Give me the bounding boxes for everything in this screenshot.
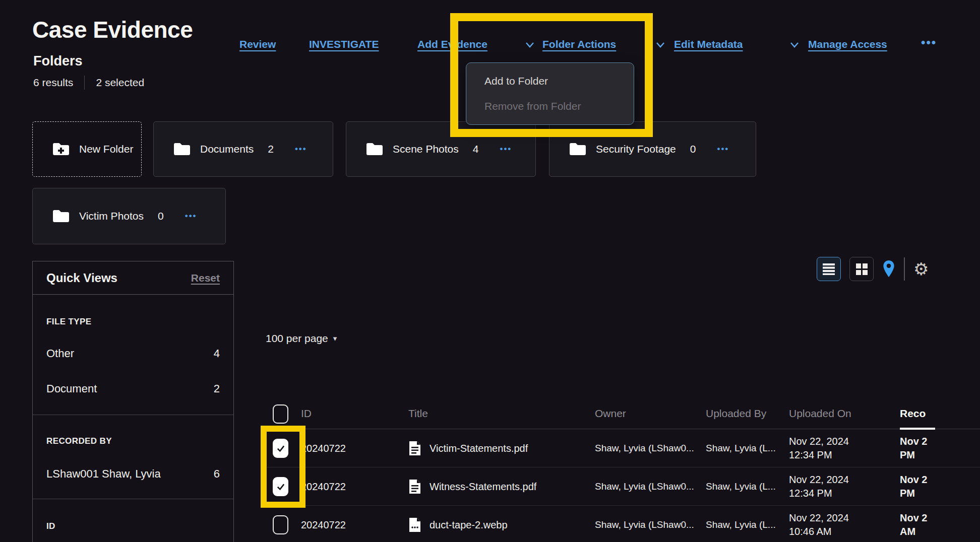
cell-id: 20240722 (301, 467, 346, 506)
row-checkbox[interactable] (273, 515, 288, 534)
row-checkbox[interactable] (273, 439, 288, 458)
column-header-recorded[interactable]: Reco (900, 408, 926, 420)
item-count: 2 (214, 382, 220, 395)
map-pin-icon[interactable] (882, 260, 895, 278)
folder-menu-icon[interactable]: ••• (295, 144, 307, 154)
quick-views-reset-link[interactable]: Reset (191, 272, 220, 284)
results-row: 6 results 2 selected (33, 76, 144, 90)
item-count: 6 (214, 467, 220, 481)
evidence-table: ID Title Owner Uploaded By Uploaded On R… (266, 400, 980, 542)
item-label: Document (46, 382, 97, 395)
folder-count: 4 (473, 143, 479, 155)
cell-uploaded-on: Nov 22, 2024 12:34 PM (789, 429, 875, 467)
folder-card-scene-photos[interactable]: Scene Photos 4 ••• (346, 121, 536, 177)
cell-uploaded-on: Nov 22, 2024 10:46 AM (789, 506, 875, 542)
cell-recorded-on: Nov 2PM (900, 429, 965, 467)
nav-link-investigate[interactable]: INVESTIGATE (309, 38, 379, 50)
folder-plus-icon (52, 142, 70, 156)
menu-item-remove-from-folder[interactable]: Remove from Folder (484, 100, 616, 112)
nav-dropdown-folder-actions[interactable]: Folder Actions (542, 38, 616, 50)
table-row[interactable]: 20240722 Witness-Statements.pdf Shaw, Ly… (266, 467, 980, 506)
table-header-row: ID Title Owner Uploaded By Uploaded On R… (266, 400, 980, 429)
settings-gear-icon[interactable]: ⚙ (913, 260, 929, 278)
view-toolbar: ⚙ (817, 257, 929, 281)
folder-name: Security Footage (596, 143, 676, 155)
quick-view-item-other[interactable]: Other 4 (33, 347, 233, 360)
column-header-id[interactable]: ID (301, 408, 312, 420)
nav-overflow-menu-icon[interactable]: ••• (921, 35, 937, 49)
section-heading-id: ID (33, 521, 233, 531)
folder-count: 0 (158, 210, 164, 222)
section-heading-file-type: FILE TYPE (33, 317, 233, 327)
section-divider (33, 415, 233, 415)
quick-views-header: Quick Views Reset (33, 261, 233, 295)
chevron-down-icon (525, 41, 535, 48)
folder-card-documents[interactable]: Documents 2 ••• (153, 121, 333, 177)
new-folder-button[interactable]: New Folder (32, 121, 142, 177)
column-header-owner[interactable]: Owner (595, 408, 626, 420)
folder-menu-icon[interactable]: ••• (717, 144, 729, 154)
item-label: LShaw001 Shaw, Lyvia (46, 467, 161, 481)
nav-link-review[interactable]: Review (239, 38, 276, 50)
dropdown-arrow-icon: ▾ (333, 334, 337, 343)
per-page-label: 100 per page (266, 332, 328, 345)
results-divider (84, 76, 85, 90)
results-count: 6 results (33, 77, 73, 89)
per-page-dropdown[interactable]: 100 per page ▾ (266, 332, 337, 345)
cell-title[interactable]: Witness-Statements.pdf (430, 481, 536, 493)
toolbar-separator (904, 257, 905, 281)
cell-id: 20240722 (301, 506, 346, 542)
folder-count: 2 (268, 143, 274, 155)
item-label: Other (46, 347, 74, 360)
section-heading-recorded-by: RECORDED BY (33, 436, 233, 446)
cell-uploaded-by: Shaw, Lyvia (L... (706, 467, 776, 506)
table-row[interactable]: 20240722 duct-tape-2.webp Shaw, Lyvia (L… (266, 506, 980, 542)
column-header-title[interactable]: Title (408, 408, 428, 420)
quick-view-item-lshaw[interactable]: LShaw001 Shaw, Lyvia 6 (33, 467, 233, 481)
cell-owner: Shaw, Lyvia (LShaw0... (595, 467, 694, 506)
document-file-icon (408, 440, 421, 456)
folder-icon (52, 209, 70, 223)
folder-menu-icon[interactable]: ••• (185, 211, 197, 221)
grid-view-button[interactable] (849, 257, 874, 281)
folder-icon (173, 142, 191, 156)
cell-owner: Shaw, Lyvia (LShaw0... (595, 506, 694, 542)
list-view-icon (822, 262, 835, 276)
column-header-uploaded-on[interactable]: Uploaded On (789, 408, 851, 420)
chevron-down-icon (655, 41, 665, 48)
folder-card-victim-photos[interactable]: Victim Photos 0 ••• (32, 188, 226, 244)
nav-dropdown-manage-access[interactable]: Manage Access (808, 38, 887, 50)
quick-view-item-document[interactable]: Document 2 (33, 382, 233, 395)
grid-view-icon (855, 263, 868, 276)
folder-icon (569, 142, 587, 156)
cell-uploaded-by: Shaw, Lyvia (L... (706, 429, 776, 467)
quick-views-panel: Quick Views Reset FILE TYPE Other 4 Docu… (32, 261, 234, 542)
column-header-uploaded-by[interactable]: Uploaded By (706, 408, 766, 420)
section-divider (33, 499, 233, 499)
folder-card-security-footage[interactable]: Security Footage 0 ••• (549, 121, 756, 177)
nav-dropdown-edit-metadata[interactable]: Edit Metadata (674, 38, 743, 50)
folder-menu-icon[interactable]: ••• (500, 144, 512, 154)
cell-recorded-on: Nov 2PM (900, 467, 965, 506)
page-title: Case Evidence (32, 16, 193, 43)
cell-title[interactable]: duct-tape-2.webp (430, 519, 508, 531)
menu-item-add-to-folder[interactable]: Add to Folder (484, 75, 616, 87)
row-checkbox[interactable] (273, 477, 288, 496)
chevron-down-icon (789, 41, 800, 48)
folder-icon (365, 142, 384, 156)
folder-count: 0 (690, 143, 696, 155)
cell-title[interactable]: Victim-Statements.pdf (430, 443, 528, 454)
cell-uploaded-on: Nov 22, 2024 12:34 PM (789, 467, 875, 506)
new-folder-label: New Folder (79, 143, 133, 155)
nav-link-add-evidence[interactable]: Add Evidence (417, 38, 487, 50)
media-file-icon (408, 517, 421, 533)
table-row[interactable]: 20240722 Victim-Statements.pdf Shaw, Lyv… (266, 429, 980, 467)
selected-count: 2 selected (96, 77, 144, 89)
select-all-checkbox[interactable] (273, 404, 288, 424)
list-view-button[interactable] (817, 257, 841, 281)
cell-id: 20240722 (301, 429, 346, 467)
folder-name: Scene Photos (393, 143, 459, 155)
folder-name: Documents (200, 143, 254, 155)
folder-name: Victim Photos (79, 210, 144, 222)
folder-actions-menu: Add to Folder Remove from Folder (466, 62, 634, 125)
